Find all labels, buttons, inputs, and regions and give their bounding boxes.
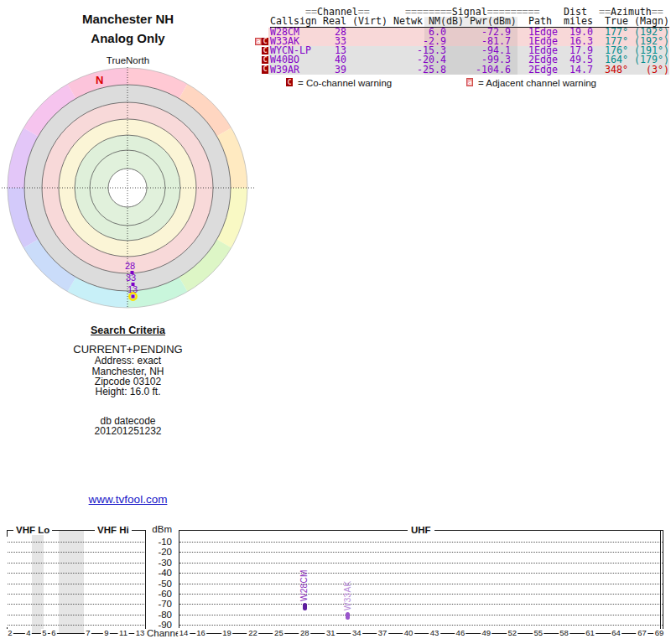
search-criteria-heading: Search Criteria xyxy=(0,325,256,336)
uhf-channel-tick: 69 xyxy=(653,629,665,637)
grid-line xyxy=(8,563,144,564)
co-channel-legend-text: = Co-channel warning xyxy=(298,78,392,88)
uhf-bracket-tick xyxy=(660,530,661,633)
uhf-channel-tick: 31 xyxy=(325,629,336,637)
vhf-hi-band-label: VHF Hi xyxy=(95,525,132,535)
station-callsign-vertical-label: W33AK xyxy=(343,543,353,610)
vhf-channel-tick: 5 xyxy=(41,629,48,637)
vhf-lo-band-label: VHF Lo xyxy=(13,525,52,535)
station-callsign-vertical-label: W28CM xyxy=(299,534,309,601)
col-header-true: True xyxy=(605,17,628,26)
search-criteria-line: Address: exact xyxy=(0,355,256,366)
grid-line xyxy=(8,552,144,553)
vhf-channel-tick: 11 xyxy=(118,629,129,637)
station-signal-bar xyxy=(346,612,350,620)
grid-line xyxy=(179,584,663,584)
col-header-virt: (Virt) xyxy=(352,17,388,26)
uhf-channel-tick: 55 xyxy=(533,629,544,637)
polar-channel-label: 28 xyxy=(125,261,135,271)
db-datecode-value: 201201251232 xyxy=(0,425,256,437)
vhf-channel-tick: 6 xyxy=(50,629,57,637)
uhf-channel-tick: 40 xyxy=(403,629,414,637)
col-header-path: Path xyxy=(528,17,552,26)
uhf-panel-right-border xyxy=(663,530,663,633)
vhf-channel-tick: 9 xyxy=(103,629,110,637)
vhf-channel-tick: 13 xyxy=(134,629,146,637)
page-title-line1: Manchester NH xyxy=(0,12,256,26)
adjacent-channel-badge-icon: a xyxy=(466,78,473,86)
dbm-tick-label: -50 xyxy=(144,579,172,589)
cell-pwr: -104.6 xyxy=(446,65,511,75)
search-criteria-line: Height: 16.0 ft. xyxy=(0,386,256,397)
uhf-channel-tick: 37 xyxy=(377,629,388,637)
uhf-channel-tick: 58 xyxy=(559,629,570,637)
uhf-channel-tick: 52 xyxy=(507,629,518,637)
grid-line xyxy=(179,542,663,543)
uhf-channel-tick: 46 xyxy=(455,629,466,637)
grid-line xyxy=(8,604,144,605)
dbm-tick-label: -30 xyxy=(144,558,172,568)
grid-line xyxy=(8,594,144,595)
col-header-callsign: Callsign xyxy=(270,17,317,26)
col-header-magn: (Magn) xyxy=(634,17,669,26)
vhf-channel-tick: 4 xyxy=(25,629,32,637)
uhf-channel-tick: 43 xyxy=(429,629,440,637)
co-channel-warning-icon: C xyxy=(262,56,268,65)
uhf-channel-tick: 61 xyxy=(585,629,596,637)
cell-nm: -25.8 xyxy=(388,65,446,75)
dbm-tick-label: -80 xyxy=(144,610,172,620)
dbm-tick-label: -40 xyxy=(144,568,172,578)
grid-line xyxy=(179,563,663,564)
tvfool-link-wrap: www.tvfool.com xyxy=(0,493,256,506)
non-tv-band xyxy=(32,531,44,634)
vhf-channel-tick: 7 xyxy=(85,629,91,637)
grid-line xyxy=(179,604,663,605)
polar-channel-marker xyxy=(132,295,135,299)
col-header-real: Real xyxy=(323,17,346,26)
uhf-channel-tick: 28 xyxy=(299,629,311,637)
dbm-axis-label: dBm xyxy=(144,524,172,534)
north-label: N xyxy=(96,74,103,86)
grid-line xyxy=(8,615,144,615)
tvfool-report-page: Manchester NH Analog Only TrueNorth N283… xyxy=(0,0,671,644)
tvfool-link[interactable]: www.tvfool.com xyxy=(89,493,168,506)
grid-line xyxy=(179,573,663,574)
grid-line xyxy=(8,573,144,574)
dbm-tick-label: -10 xyxy=(144,537,172,547)
uhf-band-label: UHF xyxy=(408,525,434,535)
vhf-bracket-tick xyxy=(7,530,8,537)
grid-line xyxy=(179,615,663,615)
adjacent-channel-warning-icon: a xyxy=(255,38,262,46)
grid-line xyxy=(8,584,144,584)
page-title-line2: Analog Only xyxy=(0,31,256,45)
co-channel-badge-icon: C xyxy=(286,78,293,86)
uhf-channel-tick: 34 xyxy=(351,629,362,637)
dbm-tick-label: -90 xyxy=(144,620,172,630)
uhf-channel-tick: 25 xyxy=(273,629,285,637)
uhf-channel-tick: 16 xyxy=(195,629,207,637)
dbm-tick-label: -20 xyxy=(144,547,172,557)
search-criteria-line: CURRENT+PENDING xyxy=(0,343,256,356)
uhf-channel-tick: 14 xyxy=(178,629,190,637)
fm-band xyxy=(59,531,84,634)
cell-true: 348° xyxy=(593,65,628,75)
uhf-channel-tick: 64 xyxy=(611,629,622,637)
grid-line xyxy=(179,552,663,553)
cell-real: 39 xyxy=(288,65,346,75)
cell-magn: (3°) xyxy=(628,65,669,75)
cell-miles: 14.7 xyxy=(534,65,593,75)
col-header-miles: miles xyxy=(564,17,593,26)
dbm-tick-label: -70 xyxy=(144,599,172,609)
uhf-panel-left-border xyxy=(179,530,179,633)
col-header-netwk: Netwk xyxy=(393,17,423,26)
grid-line xyxy=(8,625,144,626)
adjacent-channel-legend-text: = Adjacent channel warning xyxy=(478,78,596,88)
polar-channel-label: 33 xyxy=(126,273,136,283)
co-channel-warning-icon: C xyxy=(262,47,268,55)
vhf-channel-tick: 2 xyxy=(7,629,13,637)
dbm-tick-label: -60 xyxy=(144,589,172,599)
station-signal-bar xyxy=(303,603,307,610)
co-channel-warning-icon: C xyxy=(262,65,268,74)
grid-line xyxy=(179,625,663,626)
co-channel-warning-icon: C xyxy=(262,38,268,46)
